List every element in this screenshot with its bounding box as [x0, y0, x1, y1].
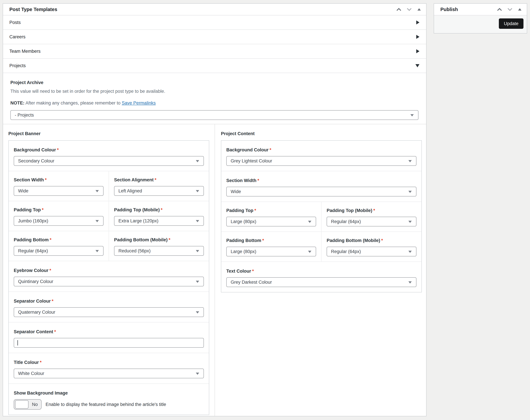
banner-padding-bottom-mobile-select[interactable]: Reduced (56px) [114, 246, 204, 256]
content-background-colour-select[interactable]: Grey Lightest Colour [226, 156, 416, 166]
accordion-label: Careers [9, 34, 26, 40]
chevron-down-icon [408, 160, 412, 162]
accordion-item-team-members[interactable]: Team Members [3, 44, 426, 58]
required-marker: * [45, 177, 47, 182]
field-banner-background-colour: Background Colour* Secondary Colour [9, 141, 209, 171]
field-label: Section Width [226, 178, 256, 183]
required-marker: * [269, 147, 271, 152]
move-up-icon[interactable] [396, 8, 401, 11]
permalinks-note: NOTE: After making any changes, please r… [10, 100, 418, 106]
chevron-right-icon [416, 35, 419, 39]
field-label: Separator Colour [14, 299, 51, 304]
banner-section-width-select[interactable]: Wide [14, 186, 103, 196]
move-down-icon[interactable] [507, 8, 512, 11]
chevron-right-icon [416, 49, 419, 53]
content-padding-bottom-select[interactable]: Large (80px) [226, 247, 316, 256]
toggle-state-label: No [29, 400, 41, 409]
content-text-colour-select[interactable]: Grey Darkest Colour [226, 277, 416, 287]
field-content-padding-top-mobile: Padding Top (Mobile)* Regular (64px) [321, 202, 421, 232]
banner-padding-bottom-select[interactable]: Regular (64px) [14, 246, 103, 256]
required-marker: * [373, 208, 375, 213]
publish-header-controls [497, 8, 522, 11]
field-label: Padding Top [226, 208, 253, 213]
chevron-down-icon [95, 250, 99, 252]
collapse-toggle-icon[interactable] [518, 8, 522, 11]
field-banner-padding-bottom-mobile: Padding Bottom (Mobile)* Reduced (56px) [109, 231, 209, 261]
banner-eyebrow-colour-select[interactable]: Quintinary Colour [14, 277, 204, 286]
chevron-down-icon [408, 191, 412, 193]
field-show-background-image: Show Background Image No Enable to displ… [9, 383, 209, 415]
required-marker: * [57, 147, 59, 152]
field-banner-section-width: Section Width* Wide [9, 171, 109, 201]
banner-separator-colour-select[interactable]: Quaternary Colour [14, 307, 204, 317]
project-banner-group: Background Colour* Secondary Colour Sect… [8, 140, 209, 415]
accordion-label: Team Members [9, 49, 41, 54]
content-padding-bottom-mobile-select[interactable]: Regular (64px) [327, 247, 416, 256]
chevron-down-icon [196, 160, 199, 162]
projects-template-fields: Project Banner Background Colour* Second… [3, 124, 426, 416]
banner-padding-top-mobile-select[interactable]: Extra Large (120px) [114, 216, 204, 226]
field-label: Padding Bottom (Mobile) [114, 237, 167, 242]
project-content-group: Background Colour* Grey Lightest Colour … [221, 140, 422, 292]
accordion-item-projects[interactable]: Projects [3, 58, 426, 73]
required-marker: * [262, 238, 264, 243]
publish-header: Publish [434, 4, 527, 15]
field-label: Separator Content [14, 329, 53, 334]
toggle-knob [15, 400, 29, 409]
field-banner-padding-top-mobile: Padding Top (Mobile)* Extra Large (120px… [109, 201, 209, 231]
field-label: Show Background Image [14, 391, 68, 396]
accordion-label: Projects [9, 63, 26, 68]
field-label: Padding Bottom (Mobile) [327, 238, 380, 243]
banner-padding-top-select[interactable]: Jumbo (160px) [14, 216, 103, 226]
banner-background-colour-select[interactable]: Secondary Colour [14, 156, 204, 166]
field-banner-title-colour: Title Colour* White Colour [9, 353, 209, 383]
accordion-item-careers[interactable]: Careers [3, 30, 426, 44]
update-button[interactable]: Update [499, 18, 523, 29]
chevron-down-icon [196, 220, 199, 222]
required-marker: * [52, 299, 54, 304]
field-content-text-colour: Text Colour* Grey Darkest Colour [221, 261, 421, 292]
banner-separator-content-input[interactable] [14, 338, 204, 348]
field-label: Title Colour [14, 360, 39, 365]
move-down-icon[interactable] [407, 8, 412, 11]
chevron-down-icon [308, 221, 311, 223]
chevron-down-icon [95, 220, 99, 222]
chevron-down-icon [196, 250, 199, 252]
content-section-width-select[interactable]: Wide [226, 187, 416, 196]
collapse-toggle-icon[interactable] [417, 8, 421, 11]
publish-title: Publish [440, 7, 458, 12]
move-up-icon[interactable] [497, 8, 502, 11]
field-label: Padding Top [14, 207, 41, 212]
field-banner-padding-top: Padding Top* Jumbo (160px) [9, 201, 109, 231]
accordion-item-posts[interactable]: Posts [3, 15, 426, 30]
content-padding-top-mobile-select[interactable]: Regular (64px) [327, 217, 416, 226]
required-marker: * [381, 238, 383, 243]
field-content-background-colour: Background Colour* Grey Lightest Colour [221, 141, 421, 171]
note-label: NOTE: [10, 101, 24, 105]
project-archive-select[interactable]: - Projects [10, 110, 418, 120]
field-label: Padding Top (Mobile) [327, 208, 372, 213]
field-label: Padding Top (Mobile) [114, 207, 160, 212]
banner-title-colour-select[interactable]: White Colour [14, 369, 204, 378]
chevron-down-icon [408, 221, 412, 223]
panel-header: Post Type Templates [3, 4, 426, 15]
project-archive-description: This value will need to be set in order … [10, 88, 418, 94]
chevron-down-icon [95, 190, 99, 192]
page-title: Post Type Templates [9, 7, 57, 12]
chevron-down-icon [308, 251, 311, 253]
field-content-padding-top: Padding Top* Large (80px) [221, 202, 321, 232]
required-marker: * [161, 207, 162, 212]
required-marker: * [254, 208, 256, 213]
select-value: - Projects [15, 113, 34, 118]
show-background-image-toggle[interactable]: No [14, 399, 42, 410]
save-permalinks-link[interactable]: Save Permalinks [122, 101, 156, 105]
required-marker: * [54, 329, 56, 334]
field-banner-separator-content: Separator Content* [9, 322, 209, 353]
chevron-down-icon [408, 251, 412, 253]
banner-section-alignment-select[interactable]: Left Aligned [114, 186, 204, 196]
required-marker: * [257, 178, 259, 183]
chevron-down-icon [196, 281, 199, 283]
chevron-down-icon [415, 64, 419, 67]
content-padding-top-select[interactable]: Large (80px) [226, 217, 316, 226]
field-content-padding-bottom: Padding Bottom* Large (80px) [221, 232, 321, 261]
